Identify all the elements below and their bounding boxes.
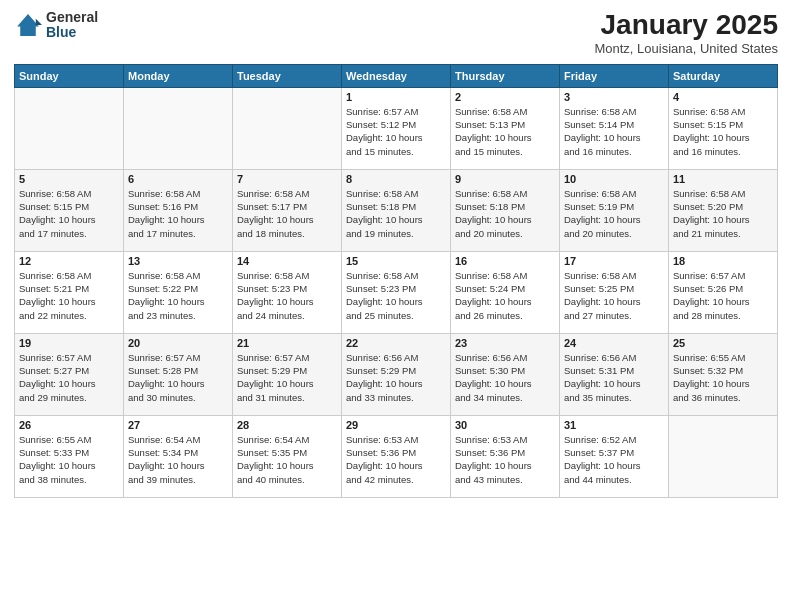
calendar-cell: 27Sunrise: 6:54 AM Sunset: 5:34 PM Dayli… [124, 415, 233, 497]
day-number: 31 [564, 419, 664, 431]
day-info: Sunrise: 6:58 AM Sunset: 5:16 PM Dayligh… [128, 187, 228, 240]
day-info: Sunrise: 6:52 AM Sunset: 5:37 PM Dayligh… [564, 433, 664, 486]
calendar-cell: 12Sunrise: 6:58 AM Sunset: 5:21 PM Dayli… [15, 251, 124, 333]
calendar-cell: 23Sunrise: 6:56 AM Sunset: 5:30 PM Dayli… [451, 333, 560, 415]
day-info: Sunrise: 6:58 AM Sunset: 5:15 PM Dayligh… [19, 187, 119, 240]
day-header-wednesday: Wednesday [342, 64, 451, 87]
logo-text: General Blue [46, 10, 98, 41]
day-info: Sunrise: 6:58 AM Sunset: 5:23 PM Dayligh… [237, 269, 337, 322]
calendar-cell: 31Sunrise: 6:52 AM Sunset: 5:37 PM Dayli… [560, 415, 669, 497]
logo-icon [14, 11, 42, 39]
calendar-cell: 14Sunrise: 6:58 AM Sunset: 5:23 PM Dayli… [233, 251, 342, 333]
calendar-cell: 9Sunrise: 6:58 AM Sunset: 5:18 PM Daylig… [451, 169, 560, 251]
day-info: Sunrise: 6:58 AM Sunset: 5:22 PM Dayligh… [128, 269, 228, 322]
day-info: Sunrise: 6:53 AM Sunset: 5:36 PM Dayligh… [346, 433, 446, 486]
calendar-cell: 30Sunrise: 6:53 AM Sunset: 5:36 PM Dayli… [451, 415, 560, 497]
week-row-4: 19Sunrise: 6:57 AM Sunset: 5:27 PM Dayli… [15, 333, 778, 415]
day-info: Sunrise: 6:58 AM Sunset: 5:18 PM Dayligh… [346, 187, 446, 240]
calendar-cell: 11Sunrise: 6:58 AM Sunset: 5:20 PM Dayli… [669, 169, 778, 251]
day-info: Sunrise: 6:58 AM Sunset: 5:25 PM Dayligh… [564, 269, 664, 322]
day-number: 10 [564, 173, 664, 185]
day-info: Sunrise: 6:56 AM Sunset: 5:30 PM Dayligh… [455, 351, 555, 404]
calendar-cell: 1Sunrise: 6:57 AM Sunset: 5:12 PM Daylig… [342, 87, 451, 169]
day-info: Sunrise: 6:58 AM Sunset: 5:18 PM Dayligh… [455, 187, 555, 240]
day-info: Sunrise: 6:56 AM Sunset: 5:29 PM Dayligh… [346, 351, 446, 404]
page: General Blue January 2025 Montz, Louisia… [0, 0, 792, 612]
location: Montz, Louisiana, United States [594, 41, 778, 56]
calendar-cell: 2Sunrise: 6:58 AM Sunset: 5:13 PM Daylig… [451, 87, 560, 169]
calendar-cell [15, 87, 124, 169]
day-number: 21 [237, 337, 337, 349]
calendar-cell: 16Sunrise: 6:58 AM Sunset: 5:24 PM Dayli… [451, 251, 560, 333]
day-number: 25 [673, 337, 773, 349]
day-info: Sunrise: 6:58 AM Sunset: 5:23 PM Dayligh… [346, 269, 446, 322]
day-number: 16 [455, 255, 555, 267]
calendar-cell [233, 87, 342, 169]
week-row-1: 1Sunrise: 6:57 AM Sunset: 5:12 PM Daylig… [15, 87, 778, 169]
day-number: 13 [128, 255, 228, 267]
day-header-thursday: Thursday [451, 64, 560, 87]
day-info: Sunrise: 6:58 AM Sunset: 5:14 PM Dayligh… [564, 105, 664, 158]
logo: General Blue [14, 10, 98, 41]
day-number: 29 [346, 419, 446, 431]
calendar-cell: 24Sunrise: 6:56 AM Sunset: 5:31 PM Dayli… [560, 333, 669, 415]
calendar-cell: 8Sunrise: 6:58 AM Sunset: 5:18 PM Daylig… [342, 169, 451, 251]
day-info: Sunrise: 6:57 AM Sunset: 5:28 PM Dayligh… [128, 351, 228, 404]
day-number: 5 [19, 173, 119, 185]
calendar-cell: 17Sunrise: 6:58 AM Sunset: 5:25 PM Dayli… [560, 251, 669, 333]
day-info: Sunrise: 6:55 AM Sunset: 5:32 PM Dayligh… [673, 351, 773, 404]
day-number: 23 [455, 337, 555, 349]
title-block: January 2025 Montz, Louisiana, United St… [594, 10, 778, 56]
day-header-sunday: Sunday [15, 64, 124, 87]
day-info: Sunrise: 6:57 AM Sunset: 5:27 PM Dayligh… [19, 351, 119, 404]
calendar-cell: 15Sunrise: 6:58 AM Sunset: 5:23 PM Dayli… [342, 251, 451, 333]
day-number: 18 [673, 255, 773, 267]
day-header-saturday: Saturday [669, 64, 778, 87]
day-info: Sunrise: 6:56 AM Sunset: 5:31 PM Dayligh… [564, 351, 664, 404]
week-row-5: 26Sunrise: 6:55 AM Sunset: 5:33 PM Dayli… [15, 415, 778, 497]
day-number: 1 [346, 91, 446, 103]
logo-blue-text: Blue [46, 25, 98, 40]
calendar-cell [124, 87, 233, 169]
day-info: Sunrise: 6:53 AM Sunset: 5:36 PM Dayligh… [455, 433, 555, 486]
day-number: 14 [237, 255, 337, 267]
day-number: 15 [346, 255, 446, 267]
day-header-monday: Monday [124, 64, 233, 87]
calendar-cell: 28Sunrise: 6:54 AM Sunset: 5:35 PM Dayli… [233, 415, 342, 497]
day-info: Sunrise: 6:57 AM Sunset: 5:29 PM Dayligh… [237, 351, 337, 404]
day-number: 8 [346, 173, 446, 185]
day-number: 7 [237, 173, 337, 185]
week-row-2: 5Sunrise: 6:58 AM Sunset: 5:15 PM Daylig… [15, 169, 778, 251]
day-info: Sunrise: 6:54 AM Sunset: 5:35 PM Dayligh… [237, 433, 337, 486]
month-title: January 2025 [594, 10, 778, 41]
calendar-cell: 4Sunrise: 6:58 AM Sunset: 5:15 PM Daylig… [669, 87, 778, 169]
day-info: Sunrise: 6:58 AM Sunset: 5:20 PM Dayligh… [673, 187, 773, 240]
calendar-table: SundayMondayTuesdayWednesdayThursdayFrid… [14, 64, 778, 498]
day-number: 9 [455, 173, 555, 185]
days-header-row: SundayMondayTuesdayWednesdayThursdayFrid… [15, 64, 778, 87]
day-info: Sunrise: 6:58 AM Sunset: 5:24 PM Dayligh… [455, 269, 555, 322]
calendar-cell: 26Sunrise: 6:55 AM Sunset: 5:33 PM Dayli… [15, 415, 124, 497]
day-number: 11 [673, 173, 773, 185]
day-number: 30 [455, 419, 555, 431]
calendar-cell: 6Sunrise: 6:58 AM Sunset: 5:16 PM Daylig… [124, 169, 233, 251]
day-info: Sunrise: 6:57 AM Sunset: 5:12 PM Dayligh… [346, 105, 446, 158]
week-row-3: 12Sunrise: 6:58 AM Sunset: 5:21 PM Dayli… [15, 251, 778, 333]
day-number: 3 [564, 91, 664, 103]
day-number: 24 [564, 337, 664, 349]
day-number: 22 [346, 337, 446, 349]
calendar-cell: 21Sunrise: 6:57 AM Sunset: 5:29 PM Dayli… [233, 333, 342, 415]
header: General Blue January 2025 Montz, Louisia… [14, 10, 778, 56]
day-number: 4 [673, 91, 773, 103]
calendar-cell: 3Sunrise: 6:58 AM Sunset: 5:14 PM Daylig… [560, 87, 669, 169]
day-number: 20 [128, 337, 228, 349]
day-number: 28 [237, 419, 337, 431]
day-header-tuesday: Tuesday [233, 64, 342, 87]
calendar-cell [669, 415, 778, 497]
day-info: Sunrise: 6:58 AM Sunset: 5:17 PM Dayligh… [237, 187, 337, 240]
calendar-cell: 7Sunrise: 6:58 AM Sunset: 5:17 PM Daylig… [233, 169, 342, 251]
calendar-cell: 20Sunrise: 6:57 AM Sunset: 5:28 PM Dayli… [124, 333, 233, 415]
calendar-cell: 13Sunrise: 6:58 AM Sunset: 5:22 PM Dayli… [124, 251, 233, 333]
calendar-cell: 22Sunrise: 6:56 AM Sunset: 5:29 PM Dayli… [342, 333, 451, 415]
calendar-cell: 25Sunrise: 6:55 AM Sunset: 5:32 PM Dayli… [669, 333, 778, 415]
